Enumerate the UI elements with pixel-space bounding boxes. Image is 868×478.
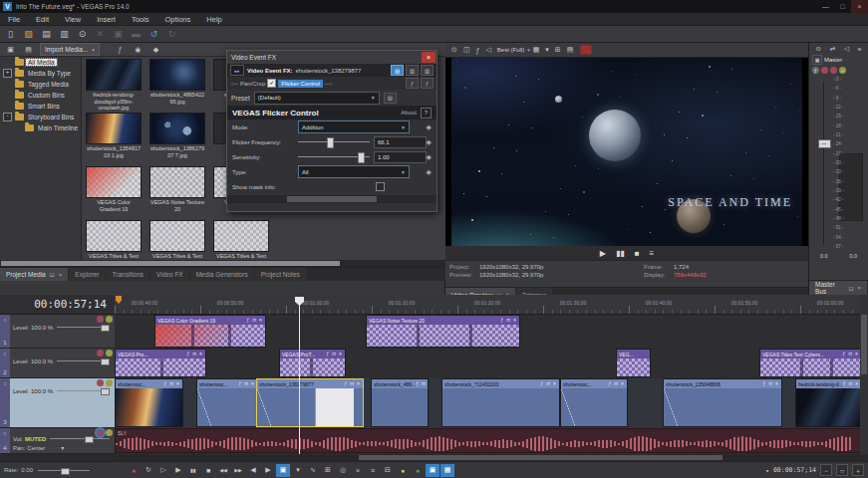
close-icon[interactable]: × bbox=[59, 272, 63, 278]
bin-all-media[interactable]: All Media bbox=[0, 57, 81, 68]
split-screen-icon[interactable]: ◫ bbox=[463, 46, 470, 54]
marker-flag-green[interactable]: ● bbox=[411, 464, 425, 477]
tab-transitions[interactable]: Transitions bbox=[107, 268, 150, 281]
video-fx-icon[interactable]: ƒ bbox=[476, 47, 480, 54]
bin-storyboard-bins[interactable]: -Storyboard Bins bbox=[0, 112, 81, 122]
overlays-icon[interactable]: ▦ bbox=[533, 46, 540, 54]
generated-media-event[interactable]: VEGAS Titles Text Cybers...ƒ ⊡ ≡ bbox=[759, 349, 860, 377]
video-event[interactable]: shutterstock_135048808ƒ ⊡ ≡ bbox=[663, 378, 782, 427]
menu-options[interactable]: Options bbox=[156, 13, 198, 26]
tab-master-bus[interactable]: Master Bus ⊡ × bbox=[809, 281, 867, 295]
menu-insert[interactable]: Insert bbox=[89, 13, 124, 26]
dialog-title-bar[interactable]: Video Event FX × bbox=[227, 51, 436, 64]
plugin-chain-button[interactable]: ▤ bbox=[391, 65, 404, 76]
open-project-icon[interactable]: ▨ bbox=[21, 28, 36, 41]
mb-fx-icon[interactable]: ƒ bbox=[812, 67, 819, 74]
preview-prefs-icon[interactable]: ⊙ bbox=[451, 46, 457, 54]
zoom-out-button[interactable]: − bbox=[820, 464, 832, 476]
mb-mute-icon[interactable] bbox=[821, 67, 828, 74]
timeline-vertical-scrollbar[interactable] bbox=[860, 295, 868, 454]
animate-icon[interactable]: ◈ bbox=[427, 153, 432, 161]
slider-handle[interactable] bbox=[101, 325, 110, 332]
zoom-tool[interactable]: ◎ bbox=[336, 464, 350, 477]
solo-icon[interactable] bbox=[106, 316, 113, 323]
remove-fx-icon[interactable]: ƒ bbox=[421, 78, 434, 89]
save-preset-icon[interactable]: ▤ bbox=[384, 93, 397, 104]
timecode-display[interactable]: 00:00:57;14 bbox=[0, 295, 115, 315]
flicker-control-chip[interactable]: Flicker Control bbox=[278, 80, 323, 88]
event-fx-icons[interactable]: ƒ ⊡ ≡ bbox=[843, 352, 859, 357]
mute-icon[interactable] bbox=[97, 350, 104, 357]
selection-tool[interactable]: ⊞ bbox=[321, 464, 335, 477]
play-button[interactable]: ▶ bbox=[171, 464, 185, 477]
marker-flag-yellow[interactable]: ● bbox=[396, 464, 410, 477]
generated-media-event[interactable]: VEGAS Color Gradient 19ƒ ⊡ ≡ bbox=[154, 315, 266, 348]
solo-icon[interactable] bbox=[106, 350, 113, 357]
video-event[interactable]: shutterstock_486...ƒ ⊡ ≡ bbox=[371, 378, 429, 427]
bin-main-timeline[interactable]: Main Timeline bbox=[0, 122, 81, 133]
mb-dim-icon[interactable]: ◁ bbox=[844, 45, 849, 53]
new-bin-icon[interactable]: ▣ bbox=[3, 43, 18, 56]
stop-button[interactable]: ■ bbox=[201, 464, 215, 477]
record-preview-icon[interactable] bbox=[580, 45, 592, 55]
timeline-horizontal-scrollbar[interactable] bbox=[115, 454, 860, 461]
animate-icon[interactable]: ◈ bbox=[427, 123, 432, 131]
volume-slider[interactable] bbox=[48, 435, 112, 442]
undock-icon[interactable]: ⊡ bbox=[848, 285, 853, 292]
quality-prev-icon[interactable]: ◁ bbox=[485, 46, 490, 54]
fx-slider[interactable] bbox=[298, 152, 370, 161]
envelope-tool[interactable]: ∿ bbox=[306, 464, 320, 477]
undo-icon[interactable]: ↺ bbox=[146, 28, 161, 41]
capture-icon[interactable]: ◉ bbox=[131, 43, 145, 56]
add-fx-icon[interactable]: ƒ bbox=[406, 78, 419, 89]
media-list-icon[interactable]: ▤ bbox=[21, 43, 36, 56]
event-fx-icons[interactable]: ƒ ⊡ ≡ bbox=[327, 352, 343, 357]
fx-select[interactable]: All▼ bbox=[298, 165, 410, 178]
media-horizontal-scrollbar[interactable] bbox=[0, 260, 445, 267]
get-media-icon[interactable]: ◆ bbox=[148, 43, 163, 56]
save-project-icon[interactable]: ▤ bbox=[39, 28, 54, 41]
event-fx-icons[interactable]: ƒ ⊡ ≡ bbox=[187, 352, 203, 357]
project-properties-icon[interactable]: ⊙ bbox=[75, 28, 90, 41]
bin-tagged-media[interactable]: Tagged Media bbox=[0, 79, 81, 90]
event-fx-icons[interactable]: ƒ ⊡ ≡ bbox=[416, 381, 428, 386]
mb-arm-icon[interactable]: ✓ bbox=[839, 67, 846, 74]
level-slider[interactable] bbox=[55, 324, 112, 331]
zoom-tool-button[interactable]: ▭ bbox=[836, 464, 848, 476]
event-fx-icons[interactable]: ƒ ⊡ ≡ bbox=[164, 381, 180, 386]
render-as-icon[interactable]: ▥ bbox=[57, 28, 72, 41]
event-fx-icons[interactable]: ƒ ⊡ ≡ bbox=[843, 381, 859, 386]
fx-select[interactable]: Addition▼ bbox=[298, 120, 410, 133]
auto-ripple-button[interactable]: ▣ bbox=[426, 464, 439, 477]
mb-solo-icon[interactable] bbox=[830, 67, 837, 74]
slider-handle[interactable] bbox=[327, 137, 334, 148]
close-icon[interactable]: × bbox=[857, 285, 861, 291]
import-media-button[interactable]: Import Media... ▾ bbox=[40, 43, 100, 56]
track-number[interactable]: ≡2 bbox=[0, 349, 10, 377]
tab-project-media[interactable]: Project Media⊡× bbox=[0, 268, 68, 281]
video-event[interactable]: shutterstoc...ƒ ⊡ ≡ bbox=[560, 378, 628, 427]
pan-crop-button[interactable]: Pan/Crop bbox=[240, 81, 265, 87]
track-number[interactable]: ≡3 bbox=[0, 378, 10, 427]
generated-media-event[interactable]: VEGAS Noise Texture 20ƒ ⊡ ≡ bbox=[366, 315, 520, 348]
delete-button[interactable]: × bbox=[351, 464, 365, 477]
bin-custom-bins[interactable]: Custom Bins bbox=[0, 90, 81, 101]
media-thumbnail[interactable]: fredrick-tendong-doudtgoI-p59m-unsplash.… bbox=[86, 59, 142, 112]
media-thumbnail[interactable]: VEGAS Noise Texture 20 bbox=[149, 166, 205, 212]
minimize-button[interactable]: — bbox=[817, 0, 834, 13]
timeline-marker[interactable] bbox=[116, 296, 122, 304]
media-thumbnail[interactable]: shutterstock_486542266.jpg bbox=[149, 59, 205, 105]
video-event[interactable]: shutterstock_711432203ƒ ⊡ ≡ bbox=[441, 378, 560, 427]
tab-video-fx[interactable]: Video FX bbox=[150, 268, 189, 281]
media-thumbnail[interactable]: VEGAS Titles & Text Gamer Iine bbox=[86, 220, 142, 260]
solo-icon[interactable] bbox=[106, 379, 113, 386]
normal-edit-tool[interactable]: ▣ bbox=[276, 464, 290, 477]
media-thumbnail[interactable]: VEGAS Titles & Text Into the Future bbox=[149, 220, 205, 260]
mute-icon[interactable] bbox=[97, 379, 104, 386]
preview-quality-select[interactable]: Best (Full) bbox=[497, 47, 524, 53]
preview-menu-button[interactable]: ≡ bbox=[650, 249, 655, 258]
chain-toggle-icon[interactable]: ▸▸ bbox=[230, 65, 244, 76]
undock-icon[interactable]: ⊡ bbox=[50, 271, 55, 278]
mute-icon[interactable] bbox=[97, 316, 104, 323]
video-event[interactable]: shutterstoc...ƒ ⊡ ≡ bbox=[115, 378, 183, 427]
